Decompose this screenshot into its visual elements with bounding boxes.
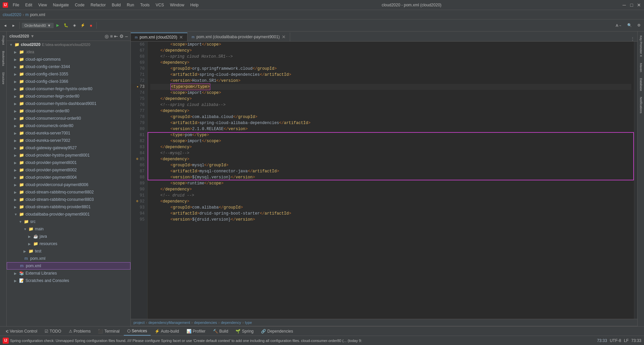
profile-button[interactable]: ⚡ [78,22,87,28]
tree-eureka-7001[interactable]: ▶ 📁 cloud-eureka-server7001 [7,129,130,137]
tree-api-commons[interactable]: ▶ 📁 cloud-api-commons [7,56,130,63]
tree-provider-hystrix[interactable]: ▶ 📁 cloud-provider-hystrix-payment8001 [7,152,130,159]
menu-navigate[interactable]: Navigate [50,2,71,8]
menu-edit[interactable]: Edit [22,2,35,8]
status-tab-dependencies[interactable]: 🔗 Dependencies [258,327,297,336]
menu-code[interactable]: Code [72,2,87,8]
tab-pom-cloud2020-close[interactable]: ✕ [179,35,183,40]
scroll-map[interactable] [634,42,637,319]
menu-view[interactable]: View [36,2,50,8]
tabs-extra-menu[interactable]: ⋮ [628,37,637,41]
tree-provider-8002-name: cloud-provider-payment8002 [25,168,77,172]
tree-stream-8802[interactable]: ▶ 📁 cloud-stream-rabbitmq-consumer8802 [7,188,130,196]
menu-run[interactable]: Run [124,2,137,8]
bc-deps[interactable]: dependencies [194,321,217,325]
tree-consumerzk[interactable]: ▶ 📁 cloud-consumerzk-order80 [7,122,130,129]
stop-button[interactable]: ■ [88,23,94,28]
tree-pom-root[interactable]: ▶ m pom.xml [7,262,130,270]
tree-config-center[interactable]: ▶ 📁 cloud-config-center-3344 [7,63,130,70]
tree-external-libs[interactable]: ▶ 📚 External Libraries [7,270,130,277]
tree-pom-cloudalibaba[interactable]: ▶ m pom.xml [7,255,130,262]
toolbar-nav-forward[interactable]: ► [10,23,17,28]
toolbar-nav-back[interactable]: ◄ [1,23,9,28]
tree-consumerconsul[interactable]: ▶ 📁 cloud-consumerconsul-order80 [7,115,130,122]
tree-gateway[interactable]: ▶ 📁 cloud-gateway-gateway9527 [7,144,130,152]
panel-icon-locate[interactable]: ◎ [105,34,109,39]
tree-java[interactable]: ▶ ☕ java [7,233,130,240]
bc-dep[interactable]: dependency [221,321,241,325]
bc-dep-mgmt[interactable]: dependencyManagement [149,321,190,325]
status-tab-problems[interactable]: ⚠ Problems [65,327,94,336]
code-line-95: <version>${druid.version}</version> [150,217,631,223]
coverage-button[interactable]: ◈ [71,22,78,28]
bottom-area: ⑆ Version Control ☑ TODO ⚠ Problems ⬛ Te… [0,326,644,345]
status-tab-auto-build[interactable]: ⚡ Auto-build [151,327,182,336]
tree-config-client-3366[interactable]: ▶ 📁 cloud-config-client-3366 [7,78,130,85]
run-configuration[interactable]: OrderMain80 ▼ [22,23,54,28]
status-tab-build[interactable]: 🔨 Build [210,327,232,336]
menu-vcs[interactable]: VCS [153,2,167,8]
close-button[interactable]: ✕ [637,3,641,7]
title-bar-left: IJ File Edit View Navigate Code Refactor… [3,2,201,8]
menu-window[interactable]: Window [167,2,187,8]
tree-eureka-7002[interactable]: ▶ 📁 cloud-eureka-server7002 [7,137,130,144]
menu-file[interactable]: File [10,2,22,8]
tree-provider-8004[interactable]: ▶ 📁 cloud-provider-payment8004 [7,174,130,181]
line-num-83: 83 [131,144,147,150]
sidebar-icon-project[interactable]: Project [1,33,6,48]
right-sidebar-maven[interactable]: Maven [639,60,643,75]
tree-providerconsul[interactable]: ▶ 📁 cloud-providerconsul-payment8006 [7,181,130,188]
status-tab-spring[interactable]: 🌱 Spring [232,327,257,336]
status-tab-profiler[interactable]: 📊 Profiler [183,327,209,336]
menu-tools[interactable]: Tools [138,2,152,8]
tree-idea[interactable]: ▶ 📁 .idea [7,48,130,56]
tree-src[interactable]: ▼ 📁 src [7,218,130,225]
tree-stream-8801[interactable]: ▶ 📁 cloud-stream-rabbitmq-provider8801 [7,203,130,211]
tree-provider-8001[interactable]: ▶ 📁 cloud-provider-payment8001 [7,159,130,166]
right-sidebar-database[interactable]: Database [639,75,643,94]
minimize-button[interactable]: ─ [622,3,627,7]
status-tab-terminal[interactable]: ⬛ Terminal [95,327,123,336]
panel-icon-close[interactable]: – [125,34,128,39]
debug-button[interactable]: 🐛 [62,22,70,28]
status-tab-version-control[interactable]: ⑆ Version Control [3,327,41,336]
status-lf: LF [624,338,629,343]
tree-test[interactable]: ▶ 📁 test [7,247,130,255]
tree-consumer-order80[interactable]: ▶ 📁 cloud-consumer-order80 [7,107,130,115]
tree-consumer-feign[interactable]: ▶ 📁 cloud-consumer-feign-order80 [7,93,130,100]
bc-project[interactable]: project [133,321,145,325]
consumer-feign-icon: 📁 [19,94,24,99]
tab-pom-cloudalibaba-close[interactable]: ✕ [282,34,286,40]
tree-provider-8002[interactable]: ▶ 📁 cloud-provider-payment8002 [7,166,130,174]
code-content[interactable]: <scope>import</scope> </dependency> <!--… [148,42,634,319]
translate-icon[interactable]: A→ [614,23,624,28]
tree-consumer-hystrix-dash[interactable]: ▶ 📁 cloud-consumer-hystrix-dashboard9001 [7,100,130,107]
tab-pom-cloudalibaba[interactable]: m pom.xml (cloudalibaba-provider-payment… [187,33,290,41]
panel-icon-collapse[interactable]: ⇤ [114,34,118,39]
tree-stream-8803[interactable]: ▶ 📁 cloud-stream-rabbitmq-consumer8803 [7,196,130,203]
tab-pom-cloud2020[interactable]: m pom.xml (cloud2020) ✕ [131,33,187,41]
panel-icon-settings[interactable]: ⚙ [119,34,124,39]
maximize-button[interactable]: □ [629,3,634,7]
right-sidebar-notifications[interactable]: Notifications [639,94,643,116]
tree-config-client-3355[interactable]: ▶ 📁 cloud-config-client-3355 [7,70,130,78]
menu-build[interactable]: Build [109,2,123,8]
tree-root[interactable]: ▼ 📁 cloud2020 E:\idea-workspace\cloud202… [7,41,130,48]
settings-button[interactable]: ⚙ [635,22,643,28]
tree-cloudalibaba[interactable]: ▼ 📁 cloudalibaba-provider-payment9001 [7,211,130,218]
search-everywhere[interactable]: 🔍 [625,22,634,28]
status-tab-services[interactable]: ⬡ Services [124,327,151,336]
menu-help[interactable]: Help [187,2,201,8]
tree-consumer-feign-hystrix[interactable]: ▶ 📁 cloud-consumer-feign-hystrix-order80 [7,85,130,93]
bc-type[interactable]: type [245,321,252,325]
sidebar-icon-bookmarks[interactable]: Bookmarks [1,48,6,69]
panel-icon-sort[interactable]: ≡ [110,34,113,39]
status-tab-todo[interactable]: ☑ TODO [41,327,64,336]
right-sidebar-key-promoter[interactable]: Key Promoter X [639,33,643,60]
tree-resources[interactable]: ▶ 📁 resources [7,240,130,247]
run-button[interactable]: ▶ [54,22,61,28]
tree-main[interactable]: ▼ 📁 main [7,225,130,233]
menu-refactor[interactable]: Refactor [88,2,108,8]
tree-scratches[interactable]: ▶ 📝 Scratches and Consoles [7,277,130,284]
sidebar-icon-structure[interactable]: Structure [1,69,6,87]
